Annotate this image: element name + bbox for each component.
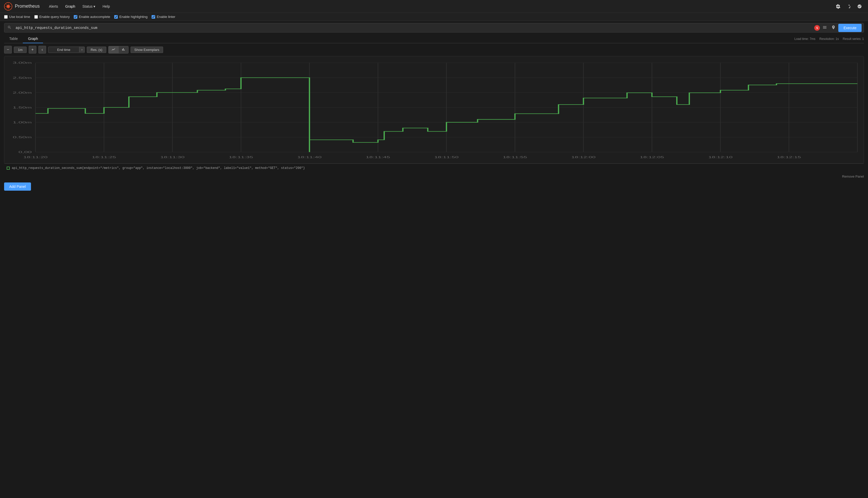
svg-text:18:11:55: 18:11:55: [503, 156, 527, 158]
dropdown-chevron-icon: ▾: [93, 4, 95, 9]
duration-display: 1m: [14, 47, 27, 53]
moon-icon: [846, 4, 851, 9]
list-icon: [822, 25, 827, 30]
svg-text:18:11:50: 18:11:50: [434, 156, 458, 158]
chart-legend: api_http_requests_duration_seconds_sum{e…: [4, 163, 864, 172]
increase-duration-button[interactable]: +: [29, 46, 36, 53]
prev-time-button[interactable]: ‹: [38, 46, 46, 53]
chart-container: 3.00m 2.50m 2.00m 1.50m 1.00m 0.50m 0,00…: [4, 56, 864, 163]
graph-controls: − 1m + ‹ End time › Res. (s) Show Exempl…: [4, 43, 864, 56]
enable-autocomplete-label[interactable]: Enable autocomplete: [74, 15, 110, 19]
end-time-display[interactable]: End time: [48, 47, 79, 53]
tab-table[interactable]: Table: [4, 35, 23, 43]
search-actions: 5 Execute: [814, 24, 864, 32]
panel-meta: Load time: 7ms Resolution: 1s Result ser…: [791, 35, 864, 43]
bar-chart-icon: [121, 47, 126, 51]
use-local-time-label[interactable]: Use local time: [4, 15, 30, 19]
error-badge: 5: [814, 25, 820, 31]
nav-graph[interactable]: Graph: [62, 3, 78, 10]
result-series: Result series: 1: [843, 37, 864, 41]
tab-graph[interactable]: Graph: [23, 35, 43, 43]
svg-text:18:12:00: 18:12:00: [571, 156, 596, 158]
svg-text:0,00: 0,00: [18, 150, 32, 154]
classic-icon-btn[interactable]: [855, 2, 864, 11]
resolution: Resolution: 1s: [819, 37, 839, 41]
panel-footer: Remove Panel: [0, 172, 868, 180]
enable-autocomplete-checkbox[interactable]: [74, 15, 77, 19]
svg-text:18:11:35: 18:11:35: [229, 156, 253, 158]
panel-tabs: Table Graph Load time: 7ms Resolution: 1…: [4, 35, 864, 43]
settings-icon-btn[interactable]: [834, 2, 842, 11]
nav-alerts[interactable]: Alerts: [46, 3, 61, 10]
legend-text: api_http_requests_duration_seconds_sum{e…: [12, 166, 305, 170]
gear-icon: [836, 4, 840, 9]
view-toggle: [108, 46, 129, 53]
metric-explorer-btn[interactable]: [830, 24, 837, 32]
resolution-button[interactable]: Res. (s): [87, 47, 106, 53]
enable-highlighting-label[interactable]: Enable highlighting: [114, 15, 147, 19]
load-time: Load time: 7ms: [794, 37, 816, 41]
execute-button[interactable]: Execute: [838, 24, 861, 32]
stacked-chart-button[interactable]: [118, 46, 128, 53]
svg-text:0.50m: 0.50m: [13, 136, 32, 139]
remove-panel-button[interactable]: Remove Panel: [842, 174, 864, 178]
end-time-wrap: End time ›: [48, 47, 85, 53]
svg-text:18:11:20: 18:11:20: [23, 156, 48, 158]
svg-text:18:11:45: 18:11:45: [366, 156, 390, 158]
search-bar: 5 Execute: [4, 23, 864, 32]
svg-text:1.00m: 1.00m: [13, 121, 32, 124]
brand-title: Prometheus: [15, 3, 40, 9]
enable-query-history-label[interactable]: Enable query history: [34, 15, 70, 19]
prometheus-logo-icon: [4, 2, 12, 11]
chart-svg: 3.00m 2.50m 2.00m 1.50m 1.00m 0.50m 0,00…: [4, 59, 864, 163]
svg-rect-2: [4, 59, 864, 163]
svg-text:18:12:10: 18:12:10: [708, 156, 733, 158]
explore-icon: [831, 25, 836, 30]
svg-text:2.00m: 2.00m: [13, 91, 32, 94]
search-icon: [8, 25, 12, 29]
svg-text:18:11:40: 18:11:40: [297, 156, 322, 158]
enable-highlighting-checkbox[interactable]: [114, 15, 118, 19]
nav-status-btn[interactable]: Status ▾: [79, 3, 99, 10]
svg-text:18:11:30: 18:11:30: [160, 156, 185, 158]
main-panel: Table Graph Load time: 7ms Resolution: 1…: [4, 35, 864, 172]
enable-query-history-checkbox[interactable]: [34, 15, 38, 19]
svg-text:18:12:15: 18:12:15: [777, 156, 801, 158]
theme-icon-btn[interactable]: [844, 2, 853, 11]
line-chart-icon: [111, 47, 116, 51]
nav-links: Alerts Graph Status ▾ Help: [46, 3, 113, 10]
next-time-button[interactable]: ›: [79, 47, 85, 52]
search-icon-wrap: [4, 23, 15, 32]
navbar: Prometheus Alerts Graph Status ▾ Help: [0, 0, 868, 13]
legend-color-swatch: [7, 167, 10, 170]
enable-linter-checkbox[interactable]: [152, 15, 155, 19]
enable-linter-label[interactable]: Enable linter: [152, 15, 175, 19]
svg-text:1.50m: 1.50m: [13, 106, 32, 109]
show-exemplars-button[interactable]: Show Exemplars: [131, 47, 163, 53]
add-panel-button[interactable]: Add Panel: [4, 182, 31, 191]
nav-status-dropdown: Status ▾: [79, 3, 99, 10]
brand-link[interactable]: Prometheus: [4, 2, 40, 11]
use-local-time-checkbox[interactable]: [4, 15, 8, 19]
line-chart-button[interactable]: [108, 46, 118, 53]
nav-help[interactable]: Help: [99, 3, 113, 10]
nav-right-actions: [834, 2, 864, 11]
svg-text:2.50m: 2.50m: [13, 76, 32, 79]
svg-text:18:12:05: 18:12:05: [640, 156, 664, 158]
classic-ui-icon: [857, 4, 862, 9]
svg-text:3.00m: 3.00m: [13, 61, 32, 65]
options-toolbar: Use local time Enable query history Enab…: [0, 13, 868, 21]
history-icon-btn[interactable]: [821, 24, 829, 32]
svg-text:18:11:25: 18:11:25: [92, 156, 116, 158]
query-input[interactable]: [15, 24, 814, 32]
decrease-duration-button[interactable]: −: [4, 46, 12, 53]
